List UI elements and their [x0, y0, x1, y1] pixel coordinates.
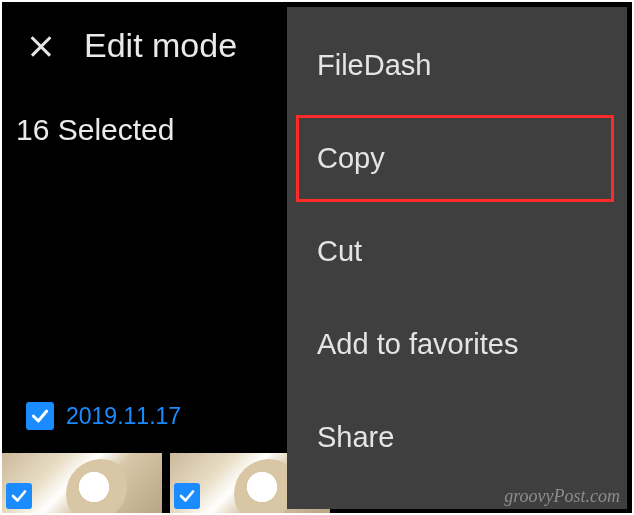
- check-icon: [178, 487, 196, 505]
- menu-item-add-to-favorites[interactable]: Add to favorites: [287, 298, 627, 391]
- thumbnail-checkbox[interactable]: [174, 483, 200, 509]
- photo-thumbnail[interactable]: [2, 453, 162, 513]
- check-icon: [10, 487, 28, 505]
- check-icon: [30, 406, 50, 426]
- menu-item-copy[interactable]: Copy: [293, 112, 617, 205]
- date-label: 2019.11.17: [66, 403, 181, 430]
- context-menu: FileDash Copy Cut Add to favorites Share: [287, 7, 627, 509]
- page-title: Edit mode: [84, 26, 237, 65]
- thumbnail-strip: [2, 453, 330, 513]
- date-checkbox[interactable]: [26, 402, 54, 430]
- menu-item-filedash[interactable]: FileDash: [287, 19, 627, 112]
- close-icon[interactable]: [26, 31, 56, 61]
- menu-item-share[interactable]: Share: [287, 391, 627, 484]
- app-frame: Edit mode 16 Selected 2019.11.17 FileDas…: [2, 2, 632, 513]
- menu-item-cut[interactable]: Cut: [287, 205, 627, 298]
- thumbnail-checkbox[interactable]: [6, 483, 32, 509]
- date-group-row[interactable]: 2019.11.17: [26, 402, 181, 430]
